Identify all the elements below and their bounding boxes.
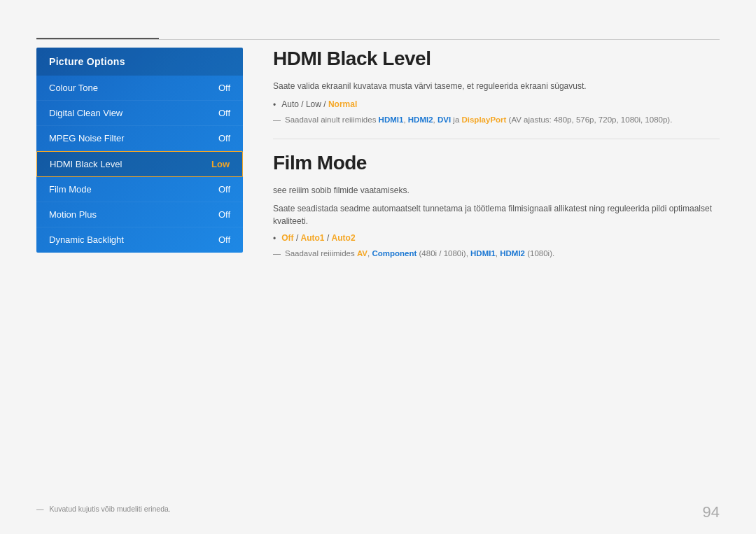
hdmi-note-hdmi2: HDMI2 [408, 115, 433, 124]
film-note-text: Saadaval reiiimides AV, Component (480i … [285, 248, 554, 260]
film-mode-desc1: see reiiim sobib filmide vaatamiseks. [273, 184, 720, 197]
sidebar-header: Picture Options [36, 48, 243, 76]
sidebar-item-dynamic-backlight[interactable]: Dynamic Backlight Off [36, 227, 243, 253]
hdmi-note-hdmi1: HDMI1 [379, 115, 404, 124]
sidebar-label-dynamic-backlight: Dynamic Backlight [49, 234, 124, 245]
hdmi-description: Saate valida ekraanil kuvatava musta vär… [273, 80, 720, 92]
sidebar-item-digital-clean-view[interactable]: Digital Clean View Off [36, 101, 243, 126]
hdmi-note-post: (AV ajastus: 480p, 576p, 720p, 1080i, 10… [506, 115, 672, 124]
film-mode-desc2: Saate seadistada seadme automaatselt tun… [273, 202, 720, 227]
hdmi-section: HDMI Black Level Saate valida ekraanil k… [273, 48, 720, 126]
footnote-dash: ― [36, 505, 44, 513]
sidebar-item-motion-plus[interactable]: Motion Plus Off [36, 202, 243, 227]
sidebar-value-digital-clean-view: Off [218, 108, 230, 118]
sidebar-value-motion-plus: Off [218, 209, 230, 220]
hdmi-section-title: HDMI Black Level [273, 48, 720, 70]
film-sep2: / [327, 233, 332, 243]
sidebar-panel: Picture Options Colour Tone Off Digital … [36, 48, 243, 253]
hdmi-note-text: Saadaval ainult reiiimides HDMI1, HDMI2,… [285, 114, 672, 126]
sidebar-label-colour-tone: Colour Tone [49, 83, 98, 93]
hdmi-note-line: ― Saadaval ainult reiiimides HDMI1, HDMI… [273, 114, 720, 126]
sidebar-value-mpeg-noise: Off [218, 133, 230, 143]
film-note-line: ― Saadaval reiiimides AV, Component (480… [273, 248, 720, 260]
sidebar-value-dynamic-backlight: Off [218, 234, 230, 245]
film-note-pre: Saadaval reiiimides [285, 249, 357, 258]
top-full-line [36, 39, 720, 40]
sidebar-item-colour-tone[interactable]: Colour Tone Off [36, 76, 243, 101]
hdmi-opt-low: Low [306, 99, 321, 109]
sidebar-value-colour-tone: Off [218, 83, 230, 93]
page-number: 94 [703, 503, 720, 521]
film-options-bullet: • Off / Auto1 / Auto2 [273, 233, 720, 244]
film-opt-auto1: Auto1 [301, 233, 325, 243]
sidebar-label-film-mode: Film Mode [49, 184, 92, 195]
film-note-hdmi2: HDMI2 [500, 249, 525, 258]
hdmi-note-dvi: DVI [438, 115, 451, 124]
hdmi-opt-auto: Auto [281, 99, 299, 109]
film-options-text: Off / Auto1 / Auto2 [281, 233, 355, 243]
film-note-comp: Component [372, 249, 416, 258]
note-dash-1: ― [273, 114, 281, 126]
hdmi-note-pre: Saadaval ainult reiiimides [285, 115, 379, 124]
film-mode-section: Film Mode see reiiim sobib filmide vaata… [273, 152, 720, 260]
film-sep1: / [296, 233, 301, 243]
footnote: ― Kuvatud kujutis võib mudeliti erineda. [36, 505, 171, 513]
film-note-comp-detail: (480i / 1080i), [416, 249, 470, 258]
hdmi-note-dp: DisplayPort [461, 115, 506, 124]
hdmi-opt-normal: Normal [328, 99, 357, 109]
hdmi-options-text: Auto / Low / Normal [281, 99, 357, 109]
sidebar-label-digital-clean-view: Digital Clean View [49, 108, 122, 118]
section-divider [273, 139, 720, 139]
hdmi-note-ja: ja [451, 115, 461, 124]
sidebar-label-motion-plus: Motion Plus [49, 209, 97, 220]
sidebar-value-film-mode: Off [218, 184, 230, 195]
hdmi-sep1: / [301, 99, 306, 109]
footnote-text: Kuvatud kujutis võib mudeliti erineda. [49, 505, 170, 513]
film-mode-title: Film Mode [273, 152, 720, 174]
film-note-av: AV [357, 249, 368, 258]
film-note-post: (1080i). [525, 249, 554, 258]
bullet-dot-2: • [273, 234, 276, 244]
sidebar-label-mpeg-noise: MPEG Noise Filter [49, 133, 125, 143]
hdmi-sep2: / [323, 99, 328, 109]
main-content: HDMI Black Level Saate valida ekraanil k… [273, 48, 720, 492]
sidebar-item-hdmi-black-level[interactable]: HDMI Black Level Low [36, 151, 243, 177]
sidebar-label-hdmi-black-level: HDMI Black Level [50, 159, 122, 169]
note-dash-2: ― [273, 248, 281, 260]
bullet-dot-1: • [273, 100, 276, 110]
hdmi-options-bullet: • Auto / Low / Normal [273, 99, 720, 110]
film-opt-auto2: Auto2 [332, 233, 356, 243]
sidebar-item-film-mode[interactable]: Film Mode Off [36, 177, 243, 202]
film-note-hdmi1: HDMI1 [470, 249, 496, 258]
sidebar-value-hdmi-black-level: Low [211, 159, 230, 169]
film-opt-off: Off [281, 233, 293, 243]
sidebar-item-mpeg-noise[interactable]: MPEG Noise Filter Off [36, 126, 243, 151]
